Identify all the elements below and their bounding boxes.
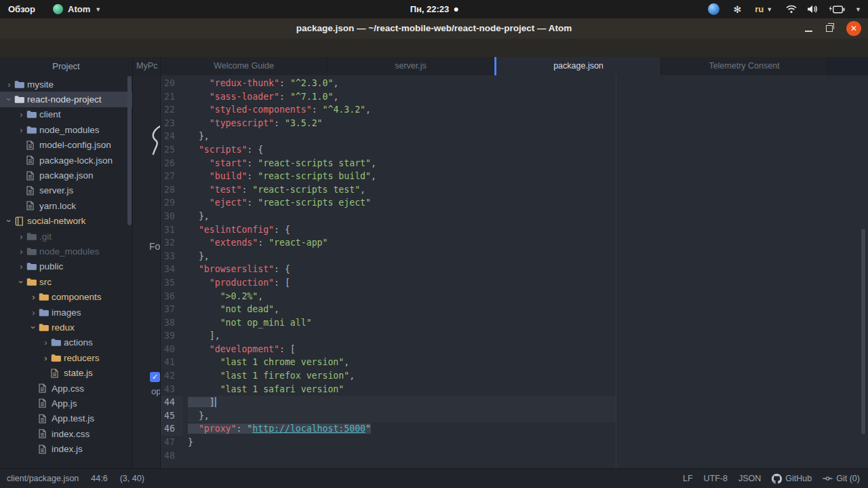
tree-item-react-node-project[interactable]: ›react-node-project — [0, 92, 132, 107]
status-file-path[interactable]: client/package.json — [7, 474, 79, 483]
code-line-43[interactable]: 43 "last 1 safari version" — [161, 383, 868, 396]
code-line-21[interactable]: 21 "sass-loader": "^7.1.0", — [161, 90, 868, 104]
git-button[interactable]: Git (0) — [823, 474, 860, 483]
tree-item-social-network[interactable]: ›social-network — [0, 214, 132, 229]
tree-item-mysite[interactable]: ›mysite — [0, 77, 132, 92]
code-line-23[interactable]: 23 "typescript": "3.5.2" — [161, 117, 868, 130]
status-grammar[interactable]: JSON — [738, 474, 761, 483]
tree-item-app-test-js[interactable]: App.test.js — [0, 411, 132, 426]
chevron-right-icon[interactable]: › — [16, 125, 26, 135]
github-button[interactable]: GitHub — [772, 474, 812, 484]
chevron-down-icon[interactable]: › — [16, 277, 26, 287]
tree-item-client[interactable]: ›client — [0, 107, 132, 122]
tab-telemetry-consent[interactable]: Telemetry Consent — [661, 57, 828, 75]
minimize-button[interactable] — [805, 31, 812, 32]
code-line-36[interactable]: 36 ">0.2%", — [161, 290, 868, 303]
code-line-30[interactable]: 30 }, — [161, 210, 868, 223]
chevron-down-icon[interactable]: › — [4, 216, 14, 226]
chevron-down-icon[interactable]: › — [28, 322, 39, 333]
keyboard-layout-menu[interactable]: ru ▼ — [755, 4, 772, 14]
tree-item-server-js[interactable]: server.js — [0, 183, 132, 198]
tree-item-yarn-lock[interactable]: yarn.lock — [0, 198, 132, 213]
code-line-37[interactable]: 37 "not dead", — [161, 303, 868, 316]
close-button[interactable]: ✕ — [846, 21, 861, 36]
chevron-down-icon[interactable]: › — [4, 94, 14, 105]
clock-button[interactable]: Пн, 22:23 — [410, 4, 458, 14]
tree-item-git[interactable]: ›.git — [0, 229, 132, 244]
blue-app-indicator-icon[interactable] — [708, 3, 719, 15]
code-line-22[interactable]: 22 "styled-components": "^4.3.2", — [161, 103, 868, 117]
tree-item-reducers[interactable]: ›reducers — [0, 350, 132, 365]
code-line-35[interactable]: 35 "production": [ — [161, 276, 868, 290]
chevron-right-icon[interactable]: › — [28, 292, 39, 302]
tree-item-images[interactable]: ›images — [0, 305, 132, 320]
code-line-48[interactable]: 48 — [161, 449, 868, 463]
chevron-right-icon[interactable]: › — [16, 231, 26, 242]
code-line-45[interactable]: 45 }, — [161, 409, 868, 423]
tree-item-index-js[interactable]: index.js — [0, 441, 132, 456]
tree-item-actions[interactable]: ›actions — [0, 335, 132, 350]
chevron-right-icon[interactable]: › — [41, 353, 51, 363]
tree-item-redux[interactable]: ›redux — [0, 320, 132, 335]
code-line-27[interactable]: 27 "build": "react-scripts build", — [161, 170, 868, 183]
code-line-20[interactable]: 20 "redux-thunk": "^2.3.0", — [161, 77, 868, 90]
app-menu[interactable]: Atom ▼ — [53, 4, 101, 14]
tree-item-index-css[interactable]: index.css — [0, 426, 132, 441]
code-line-29[interactable]: 29 "eject": "react-scripts eject" — [161, 196, 868, 210]
chevron-right-icon[interactable]: › — [16, 261, 26, 271]
restore-button[interactable] — [826, 25, 833, 32]
checkbox-checked-icon[interactable]: ✓ — [150, 372, 160, 382]
code-line-34[interactable]: 34 "browserslist": { — [161, 263, 868, 276]
chevron-right-icon[interactable]: › — [16, 109, 26, 119]
code-line-44[interactable]: 44 ] — [161, 396, 868, 409]
activities-button[interactable]: Обзор — [8, 4, 35, 14]
code-line-31[interactable]: 31 "eslintConfig": { — [161, 223, 868, 237]
tree-item-package-json[interactable]: package.json — [0, 168, 132, 183]
code-line-28[interactable]: 28 "test": "react-scripts test", — [161, 183, 868, 197]
system-status-menu[interactable]: ▼ — [786, 5, 861, 14]
line-number: 44 — [161, 396, 183, 409]
code-line-24[interactable]: 24 }, — [161, 130, 868, 143]
code-line-26[interactable]: 26 "start": "react-scripts start", — [161, 157, 868, 170]
tree-item-model-config-json[interactable]: model-config.json — [0, 138, 132, 153]
tree-scrollbar[interactable] — [127, 76, 132, 225]
code-line-46[interactable]: 46 "proxy": "http://localhost:5000" — [161, 422, 868, 436]
tree-item-app-js[interactable]: App.js — [0, 396, 132, 411]
tree-item-package-lock-json[interactable]: package-lock.json — [0, 153, 132, 168]
code-line-25[interactable]: 25 "scripts": { — [161, 143, 868, 157]
tab-welcome-guide[interactable]: Welcome Guide — [161, 57, 328, 75]
tree-item-app-css[interactable]: App.css — [0, 381, 132, 396]
status-encoding[interactable]: UTF-8 — [704, 474, 728, 483]
tree-item-node-modules[interactable]: ›node_modules — [0, 122, 132, 137]
code-line-38[interactable]: 38 "not op_mini all" — [161, 316, 868, 330]
code-line-40[interactable]: 40 "development": [ — [161, 343, 868, 356]
status-cursor-position[interactable]: 44:6 — [91, 474, 107, 483]
status-selection-count[interactable]: (3, 40) — [120, 474, 144, 483]
tree-item-src[interactable]: ›src — [0, 274, 132, 289]
chevron-right-icon[interactable]: › — [16, 246, 26, 257]
code-line-33[interactable]: 33 }, — [161, 250, 868, 263]
tab-server-js[interactable]: server.js — [328, 57, 494, 75]
status-line-ending[interactable]: LF — [683, 474, 693, 483]
tree-item-components[interactable]: ›components — [0, 289, 132, 304]
line-number: 39 — [161, 329, 183, 343]
editor-pane[interactable]: 20 "redux-thunk": "^2.3.0",21 "sass-load… — [161, 75, 868, 468]
code-line-47[interactable]: 47} — [161, 436, 868, 449]
window-title-bar[interactable]: package.json — ~/react-mobile-web/react-… — [0, 18, 868, 39]
tab-package-json[interactable]: package.json — [494, 57, 661, 75]
code-line-39[interactable]: 39 ], — [161, 329, 868, 343]
code-line-41[interactable]: 41 "last 1 chrome version", — [161, 356, 868, 369]
chevron-right-icon[interactable]: › — [41, 337, 51, 348]
tab-mypc[interactable]: MyPc — [133, 57, 161, 75]
tree-item-state-js[interactable]: state.js — [0, 365, 132, 380]
code-line-42[interactable]: 42 "last 1 firefox version", — [161, 369, 868, 383]
slack-icon[interactable]: ✻ — [733, 4, 741, 15]
code-line-32[interactable]: 32 "extends": "react-app" — [161, 236, 868, 250]
chevron-right-icon[interactable]: › — [4, 79, 14, 90]
chevron-right-icon[interactable]: › — [28, 307, 39, 318]
editor-scrollbar[interactable] — [861, 229, 865, 434]
tree-item-node-modules[interactable]: ›node_modules — [0, 244, 132, 259]
file-icon — [26, 201, 39, 210]
line-number: 35 — [161, 276, 183, 290]
tree-item-public[interactable]: ›public — [0, 259, 132, 274]
